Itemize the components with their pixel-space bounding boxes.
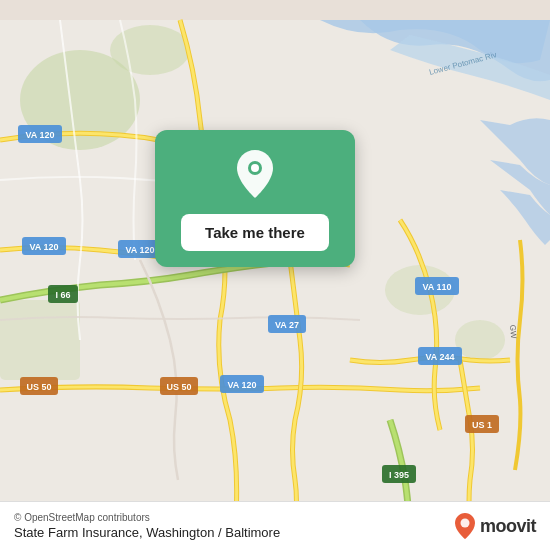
svg-text:US 1: US 1 <box>472 420 492 430</box>
moovit-pin-icon <box>454 512 476 540</box>
svg-text:VA 120: VA 120 <box>125 245 154 255</box>
take-me-there-button[interactable]: Take me there <box>181 214 329 251</box>
osm-attribution: © OpenStreetMap contributors <box>14 512 280 523</box>
svg-text:VA 120: VA 120 <box>25 130 54 140</box>
svg-point-5 <box>455 320 505 360</box>
map-container: VA 120 VA 120 VA 120 I 66 US 50 US 50 VA… <box>0 0 550 550</box>
svg-text:VA 244: VA 244 <box>425 352 454 362</box>
svg-point-34 <box>460 519 469 528</box>
svg-text:VA 110: VA 110 <box>422 282 451 292</box>
svg-text:GW: GW <box>508 324 518 339</box>
svg-text:US 50: US 50 <box>166 382 191 392</box>
location-label: State Farm Insurance, Washington / Balti… <box>14 525 280 540</box>
svg-point-33 <box>251 164 259 172</box>
svg-text:VA 120: VA 120 <box>29 242 58 252</box>
popup-card: Take me there <box>155 130 355 267</box>
moovit-text: moovit <box>480 516 536 537</box>
bottom-bar: © OpenStreetMap contributors State Farm … <box>0 501 550 550</box>
svg-text:I 66: I 66 <box>55 290 70 300</box>
moovit-logo: moovit <box>454 512 536 540</box>
svg-rect-3 <box>0 300 80 380</box>
location-pin-icon <box>229 148 281 200</box>
svg-text:VA 120: VA 120 <box>227 380 256 390</box>
svg-text:US 50: US 50 <box>26 382 51 392</box>
svg-text:VA 27: VA 27 <box>275 320 299 330</box>
svg-text:I 395: I 395 <box>389 470 409 480</box>
bottom-info: © OpenStreetMap contributors State Farm … <box>14 512 280 540</box>
map-background: VA 120 VA 120 VA 120 I 66 US 50 US 50 VA… <box>0 0 550 550</box>
